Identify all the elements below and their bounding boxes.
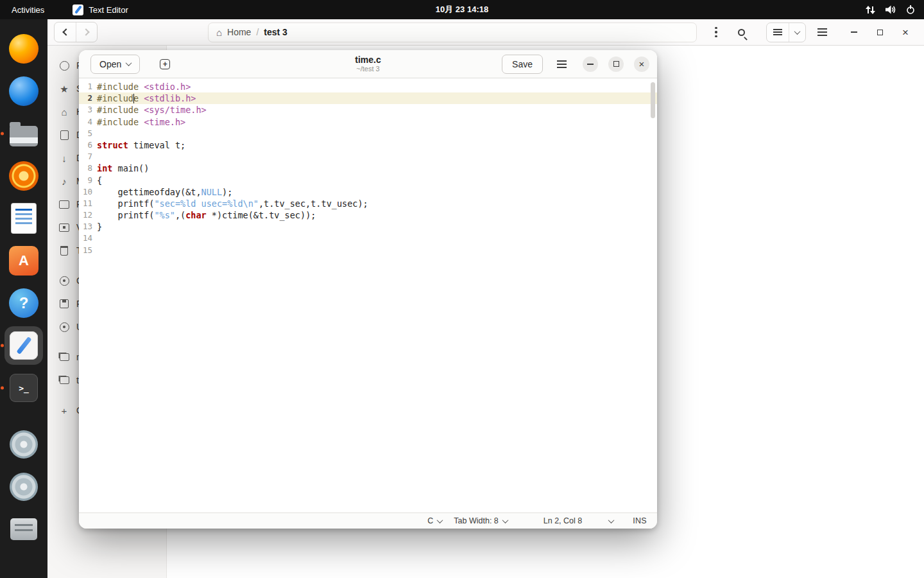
dock-item-files[interactable]: [4, 114, 43, 153]
close-icon: ×: [639, 59, 645, 69]
code-line-6[interactable]: 6struct timeval t;: [79, 139, 657, 151]
dock-item-thunderbird[interactable]: [4, 72, 43, 110]
files-menu-button[interactable]: [811, 22, 833, 42]
breadcrumb-current[interactable]: test 3: [264, 27, 287, 37]
code-line-text: int main(): [97, 162, 149, 174]
dock-item-help[interactable]: ?: [4, 284, 43, 322]
code-line-7[interactable]: 7: [79, 151, 657, 162]
chevron-down-icon: [126, 60, 132, 66]
code-line-10[interactable]: 10 gettimeofday(&t,NULL);: [79, 186, 657, 198]
line-number: 15: [79, 245, 96, 256]
code-line-text: #include <time.h>: [97, 116, 185, 128]
pictures-icon: [59, 199, 69, 209]
dock-item-disc-2[interactable]: [4, 468, 43, 506]
dock-item-rhythmbox[interactable]: [4, 157, 43, 195]
code-line-5[interactable]: 5: [79, 128, 657, 139]
line-number: 2: [79, 92, 96, 104]
close-button[interactable]: ×: [897, 24, 914, 40]
cursor-position[interactable]: Ln 2, Col 8: [543, 516, 582, 525]
dock-item-writer[interactable]: [4, 199, 43, 238]
trash-icon: [59, 245, 69, 256]
running-indicator: [1, 344, 4, 347]
breadcrumb-home[interactable]: Home: [227, 27, 251, 37]
dock-item-firefox[interactable]: [4, 30, 43, 68]
close-icon: ×: [902, 27, 909, 38]
dock-item-disc-1[interactable]: [4, 425, 43, 464]
dock-item-text-editor[interactable]: [4, 326, 43, 365]
line-number: 14: [79, 232, 96, 244]
activities-button[interactable]: Activities: [0, 0, 56, 19]
language-selector[interactable]: C: [427, 516, 442, 525]
editor-text-area[interactable]: 1#include <stdio.h>2#include <stdlib.h>3…: [79, 78, 657, 512]
clock[interactable]: 10月 23 14:18: [436, 0, 488, 19]
drive-icon: [10, 518, 37, 540]
editor-header-bar: Open + time.c ~/test 3 Save ×: [79, 50, 657, 78]
top-bar: Activities Text Editor 10月 23 14:18: [0, 0, 924, 19]
code-line-15[interactable]: 15: [79, 245, 657, 256]
dock-item-terminal[interactable]: >_: [4, 369, 43, 407]
dock-item-software[interactable]: A: [4, 241, 43, 280]
forward-button[interactable]: [76, 22, 97, 42]
power-icon: [906, 5, 915, 14]
editor-minimize-button[interactable]: [583, 57, 598, 72]
new-tab-icon: +: [160, 59, 170, 69]
code-line-11[interactable]: 11 printf("sec=%ld usec=%ld\n",t.tv_sec,…: [79, 198, 657, 209]
line-number: 11: [79, 198, 96, 209]
code-line-9[interactable]: 9{: [79, 175, 657, 186]
network-icon: [866, 6, 875, 14]
editor-close-button[interactable]: ×: [634, 57, 649, 72]
line-number: 1: [79, 81, 96, 92]
writer-icon: [12, 204, 36, 233]
line-number: 7: [79, 151, 96, 162]
code-line-text: printf("sec=%ld usec=%ld\n",t.tv_sec,t.t…: [97, 198, 368, 209]
more-options-button[interactable]: [707, 22, 725, 42]
view-options-dropdown[interactable]: [789, 23, 805, 42]
hamburger-icon: [557, 60, 567, 68]
hamburger-icon: [817, 28, 827, 36]
minimize-button[interactable]: [846, 24, 862, 40]
search-button[interactable]: [730, 22, 752, 42]
goto-line-dropdown[interactable]: [609, 519, 613, 523]
code-line-8[interactable]: 8int main(): [79, 162, 657, 174]
restore-button[interactable]: [871, 24, 888, 40]
dock-item-drive[interactable]: [4, 510, 43, 548]
back-button[interactable]: [55, 22, 76, 42]
line-number: 3: [79, 104, 96, 116]
list-view-button[interactable]: [767, 23, 789, 42]
volume-icon: [886, 5, 896, 14]
files-header-bar: ⌂ Home / test 3 ×: [47, 19, 924, 46]
code-line-12[interactable]: 12 printf("%s",(char *)ctime(&t.tv_sec))…: [79, 209, 657, 221]
running-indicator: [1, 387, 4, 390]
maximize-icon: [613, 61, 619, 67]
line-number: 5: [79, 128, 96, 139]
insert-mode-indicator[interactable]: INS: [633, 516, 647, 525]
save-button[interactable]: Save: [502, 55, 543, 74]
software-icon: A: [9, 246, 38, 276]
code-line-text: gettimeofday(&t,NULL);: [97, 186, 232, 198]
breadcrumb[interactable]: ⌂ Home / test 3: [208, 22, 697, 42]
dock-item-app-grid[interactable]: [4, 552, 43, 578]
plus-icon: +: [59, 405, 69, 416]
code-line-4[interactable]: 4#include <time.h>: [79, 116, 657, 128]
code-line-13[interactable]: 13}: [79, 221, 657, 232]
focused-app-indicator[interactable]: Text Editor: [73, 4, 128, 15]
tab-width-selector[interactable]: Tab Width: 8: [454, 516, 507, 525]
open-button[interactable]: Open: [90, 55, 140, 74]
documents-icon: [59, 130, 69, 140]
line-number: 10: [79, 186, 96, 198]
editor-header-actions: Save ×: [502, 55, 649, 74]
new-tab-button[interactable]: +: [155, 55, 175, 74]
code-line-2[interactable]: 2#include <stdlib.h>: [79, 92, 657, 104]
chevron-down-icon: [502, 517, 508, 523]
nav-buttons: [54, 22, 98, 42]
editor-menu-button[interactable]: [551, 55, 572, 74]
minimize-icon: [587, 64, 594, 65]
code-line-3[interactable]: 3#include <sys/time.h>: [79, 104, 657, 116]
line-number: 4: [79, 116, 96, 128]
code-line-14[interactable]: 14: [79, 232, 657, 244]
system-tray[interactable]: [866, 5, 924, 14]
code-line-1[interactable]: 1#include <stdio.h>: [79, 81, 657, 92]
scrollbar-thumb[interactable]: [651, 82, 655, 118]
code-line-text: #include <stdio.h>: [97, 81, 191, 92]
editor-maximize-button[interactable]: [608, 57, 624, 72]
